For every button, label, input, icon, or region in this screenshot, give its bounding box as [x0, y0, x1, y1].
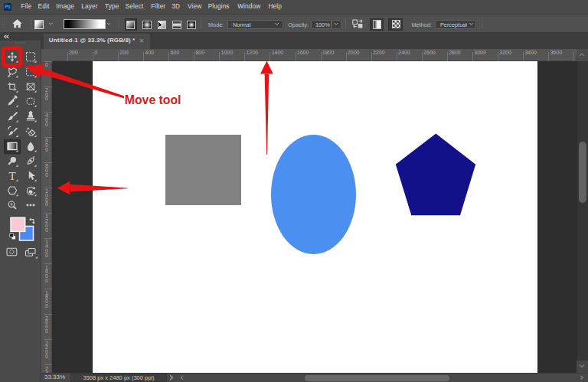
svg-text:Move tool: Move tool [125, 93, 181, 106]
